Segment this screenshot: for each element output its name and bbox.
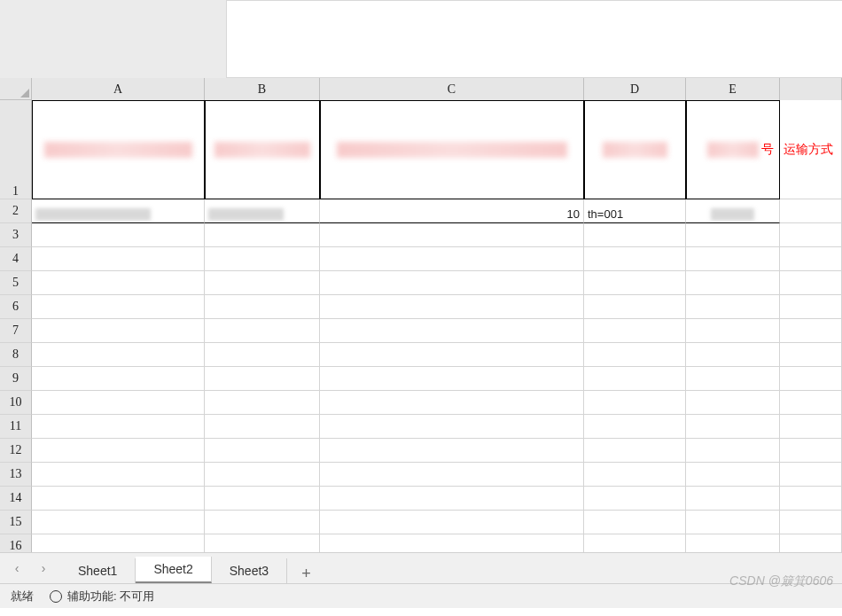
select-all-corner[interactable] — [0, 78, 32, 100]
cell-C11[interactable] — [320, 415, 584, 439]
cell-D3[interactable] — [584, 223, 686, 247]
cell-A12[interactable] — [32, 439, 205, 463]
row-header-3[interactable]: 3 — [0, 223, 32, 247]
cell-B2[interactable] — [205, 199, 320, 223]
cell-F12[interactable] — [780, 439, 842, 463]
cell-C5[interactable] — [320, 271, 584, 295]
cell-B8[interactable] — [205, 343, 320, 367]
col-header-D[interactable]: D — [584, 78, 686, 100]
cell-D5[interactable] — [584, 271, 686, 295]
row-header-5[interactable]: 5 — [0, 271, 32, 295]
cell-A3[interactable] — [32, 223, 205, 247]
cell-E5[interactable] — [686, 271, 780, 295]
row-header-16[interactable]: 16 — [0, 534, 32, 552]
cell-A14[interactable] — [32, 487, 205, 511]
cell-F3[interactable] — [780, 223, 842, 247]
row-header-4[interactable]: 4 — [0, 247, 32, 271]
cell-B16[interactable] — [205, 534, 320, 552]
cell-F14[interactable] — [780, 487, 842, 511]
cell-C12[interactable] — [320, 439, 584, 463]
cell-F1[interactable]: 运输方式 — [780, 100, 842, 199]
cell-B15[interactable] — [205, 511, 320, 534]
cell-B5[interactable] — [205, 271, 320, 295]
cell-E2[interactable] — [686, 199, 780, 223]
cell-B9[interactable] — [205, 367, 320, 391]
col-header-A[interactable]: A — [32, 78, 205, 100]
row-header-13[interactable]: 13 — [0, 463, 32, 487]
cell-B3[interactable] — [205, 223, 320, 247]
cell-D1[interactable] — [584, 100, 686, 199]
row-header-10[interactable]: 10 — [0, 391, 32, 415]
cell-C13[interactable] — [320, 463, 584, 487]
row-header-9[interactable]: 9 — [0, 367, 32, 391]
cell-A8[interactable] — [32, 343, 205, 367]
cell-B13[interactable] — [205, 463, 320, 487]
cell-E4[interactable] — [686, 247, 780, 271]
cell-C1[interactable] — [320, 100, 584, 199]
cell-D14[interactable] — [584, 487, 686, 511]
formula-bar[interactable] — [226, 0, 842, 78]
row-header-8[interactable]: 8 — [0, 343, 32, 367]
spreadsheet-grid[interactable]: 1 号 运输方式 2 10 th=001 3 4 — [0, 100, 842, 552]
cell-E10[interactable] — [686, 391, 780, 415]
cell-F5[interactable] — [780, 271, 842, 295]
cell-E13[interactable] — [686, 463, 780, 487]
prev-sheet-button[interactable]: ‹ — [7, 558, 27, 578]
cell-D10[interactable] — [584, 391, 686, 415]
cell-C3[interactable] — [320, 223, 584, 247]
cell-F9[interactable] — [780, 367, 842, 391]
cell-A13[interactable] — [32, 463, 205, 487]
tab-sheet3[interactable]: Sheet3 — [212, 558, 287, 583]
cell-E12[interactable] — [686, 439, 780, 463]
cell-E14[interactable] — [686, 487, 780, 511]
cell-A4[interactable] — [32, 247, 205, 271]
cell-E11[interactable] — [686, 415, 780, 439]
row-header-11[interactable]: 11 — [0, 415, 32, 439]
cell-B7[interactable] — [205, 319, 320, 343]
cell-A1[interactable] — [32, 100, 205, 199]
tab-sheet1[interactable]: Sheet1 — [60, 558, 136, 583]
cell-B11[interactable] — [205, 415, 320, 439]
cell-A6[interactable] — [32, 295, 205, 319]
cell-A2[interactable] — [32, 199, 205, 223]
col-header-E[interactable]: E — [686, 78, 780, 100]
cell-F13[interactable] — [780, 463, 842, 487]
cell-E1[interactable]: 号 — [686, 100, 780, 199]
col-header-C[interactable]: C — [320, 78, 584, 100]
row-header-12[interactable]: 12 — [0, 439, 32, 463]
cell-F16[interactable] — [780, 534, 842, 552]
cell-E3[interactable] — [686, 223, 780, 247]
row-header-7[interactable]: 7 — [0, 319, 32, 343]
cell-D12[interactable] — [584, 439, 686, 463]
cell-D6[interactable] — [584, 295, 686, 319]
cell-A9[interactable] — [32, 367, 205, 391]
cell-E9[interactable] — [686, 367, 780, 391]
cell-D4[interactable] — [584, 247, 686, 271]
cell-D13[interactable] — [584, 463, 686, 487]
cell-A11[interactable] — [32, 415, 205, 439]
col-header-B[interactable]: B — [205, 78, 320, 100]
cell-F10[interactable] — [780, 391, 842, 415]
cell-E16[interactable] — [686, 534, 780, 552]
cell-D15[interactable] — [584, 511, 686, 534]
cell-C8[interactable] — [320, 343, 584, 367]
cell-C7[interactable] — [320, 319, 584, 343]
col-header-F[interactable] — [780, 78, 842, 100]
cell-B12[interactable] — [205, 439, 320, 463]
cell-D9[interactable] — [584, 367, 686, 391]
cell-B10[interactable] — [205, 391, 320, 415]
cell-C2[interactable]: 10 — [320, 199, 584, 223]
cell-F6[interactable] — [780, 295, 842, 319]
next-sheet-button[interactable]: › — [34, 558, 53, 578]
cell-E6[interactable] — [686, 295, 780, 319]
cell-E15[interactable] — [686, 511, 780, 534]
cell-B1[interactable] — [205, 100, 320, 199]
cell-F7[interactable] — [780, 319, 842, 343]
cell-F15[interactable] — [780, 511, 842, 534]
cell-F4[interactable] — [780, 247, 842, 271]
cell-C14[interactable] — [320, 487, 584, 511]
cell-B4[interactable] — [205, 247, 320, 271]
cell-E8[interactable] — [686, 343, 780, 367]
cell-D2[interactable]: th=001 — [584, 199, 686, 223]
cell-B6[interactable] — [205, 295, 320, 319]
